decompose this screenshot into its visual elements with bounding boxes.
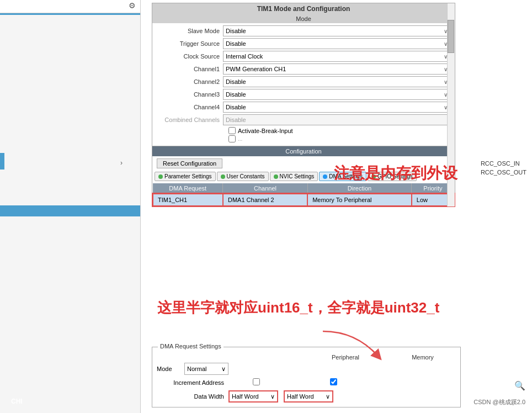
increment-checkboxes — [228, 378, 355, 387]
sidebar-expand-arrow[interactable]: › — [116, 157, 127, 168]
slave-mode-select[interactable]: Disable ∨ — [223, 25, 450, 36]
tab-nvic-settings[interactable]: NVIC Settings — [270, 172, 318, 181]
tab-dot-user — [221, 174, 225, 179]
tab-parameter-settings[interactable]: Parameter Settings — [155, 172, 216, 181]
sidebar-top-bar: ⚙ — [0, 0, 140, 13]
main-content: TIM1 Mode and Configuration Mode Slave M… — [141, 0, 532, 413]
memory-data-width-select[interactable]: Half Word ∨ — [284, 390, 333, 403]
activate-break-checkbox[interactable] — [228, 127, 236, 134]
reset-configuration-button[interactable]: Reset Configuration — [157, 158, 222, 168]
channel2-label: Channel2 — [157, 78, 223, 85]
data-width-selects: Half Word ∨ Half Word ∨ — [228, 390, 333, 403]
clock-source-select[interactable]: Internal Clock ∨ — [223, 51, 450, 62]
dma-table-row[interactable]: TIM1_CH1 DMA1 Channel 2 Memory To Periph… — [153, 194, 454, 206]
clock-source-label: Clock Source — [157, 53, 223, 60]
channel1-row: Channel1 PWM Generation CH1 ∨ — [157, 63, 450, 75]
dma-mode-label: Mode — [157, 366, 184, 372]
memory-dw-arrow: ∨ — [326, 393, 330, 400]
increment-label: Increment Address — [157, 379, 228, 386]
channel3-row: Channel3 Disable ∨ — [157, 89, 450, 100]
combined-channels-row: Combined Channels Disable — [157, 114, 450, 125]
channel1-select[interactable]: PWM Generation CH1 ∨ — [223, 63, 450, 75]
dma-table: DMA Request Channel Direction Priority T… — [152, 183, 455, 206]
peripheral-dw-arrow: ∨ — [270, 393, 275, 400]
dma-col-headers: Peripheral Memory — [157, 354, 456, 361]
channel4-label: Channel4 — [157, 104, 223, 110]
dma-mode-row: Mode Normal ∨ — [157, 363, 456, 375]
memory-col-label: Memory — [401, 354, 445, 361]
left-sidebar: ⚙ › CHI — [0, 0, 141, 413]
annotation-text-1: 注意是内存到外设 — [334, 165, 457, 182]
activate-break-row: Activate-Break-Input — [228, 127, 450, 134]
slave-mode-row: Slave Mode Disable ∨ — [157, 25, 450, 36]
dma-col-request: DMA Request — [153, 183, 223, 194]
trigger-source-row: Trigger Source Disable ∨ — [157, 38, 450, 49]
slave-mode-label: Slave Mode — [157, 28, 223, 34]
clock-source-row: Clock Source Internal Clock ∨ — [157, 51, 450, 62]
tab-dot-nvic — [274, 174, 278, 179]
trigger-source-select[interactable]: Disable ∨ — [223, 38, 450, 49]
annotation-1: 注意是内存到外设 — [334, 163, 457, 184]
right-panel-labels: RCC_OSC_IN RCC_OSC_OUT — [481, 160, 526, 176]
channel1-label: Channel1 — [157, 66, 223, 72]
peripheral-increment-checkbox[interactable] — [253, 378, 260, 385]
peripheral-checkbox-cell — [234, 378, 278, 387]
mode-section: Slave Mode Disable ∨ Trigger Source Disa… — [152, 23, 455, 146]
sidebar-content: › CHI — [0, 15, 140, 413]
trigger-source-label: Trigger Source — [157, 40, 223, 47]
dma-mode-select[interactable]: Normal ∨ — [184, 363, 228, 375]
combined-channels-select: Disable — [223, 114, 450, 125]
panel-scrollbar-thumb[interactable] — [448, 20, 454, 53]
memory-increment-checkbox[interactable] — [330, 378, 337, 385]
data-width-row: Data Width Half Word ∨ Half Word ∨ — [157, 390, 456, 403]
rcc-osc-in-label: RCC_OSC_IN — [481, 160, 526, 167]
dma-settings-box: DMA Request Settings Peripheral Memory M… — [152, 347, 461, 407]
extra-checkbox-row: ... — [228, 135, 450, 142]
sidebar-chi-highlight[interactable]: CHI — [0, 205, 140, 216]
mode-section-header: Mode — [152, 14, 455, 23]
tab-dot-dma — [323, 174, 327, 179]
tab-user-constants[interactable]: User Constants — [217, 172, 269, 181]
channel4-select[interactable]: Disable ∨ — [223, 102, 450, 113]
dma-col-channel: Channel — [223, 183, 307, 194]
sidebar-chi-label: CHI — [11, 398, 23, 405]
dma-mode-arrow: ∨ — [221, 366, 226, 373]
dma-cell-channel: DMA1 Channel 2 — [223, 194, 307, 206]
channel4-row: Channel4 Disable ∨ — [157, 102, 450, 113]
memory-checkbox-cell — [311, 378, 355, 387]
tab-dot-param — [158, 174, 163, 179]
app-container: ⚙ › CHI TIM1 Mode and Configuration Mode… — [0, 0, 532, 413]
dma-settings-content: Peripheral Memory Mode Normal ∨ Incremen… — [152, 347, 460, 407]
increment-row: Increment Address — [157, 378, 456, 387]
data-width-label: Data Width — [157, 393, 228, 400]
channel2-select[interactable]: Disable ∨ — [223, 76, 450, 87]
search-icon[interactable]: 🔍 — [514, 380, 525, 391]
extra-checkbox[interactable] — [228, 135, 236, 142]
combined-channels-label: Combined Channels — [157, 117, 223, 123]
sidebar-scroll-indicator — [0, 153, 4, 170]
csdn-watermark: CSDN @桃成蹊2.0 — [474, 398, 525, 406]
annotation-text-2: 这里半字就对应uint16_t，全字就是uint32_t — [157, 299, 439, 316]
dma-cell-direction: Memory To Peripheral — [307, 194, 412, 206]
channel3-label: Channel3 — [157, 91, 223, 98]
annotation-2: 这里半字就对应uint16_t，全字就是uint32_t — [157, 298, 439, 317]
dma-col-direction: Direction — [307, 183, 412, 194]
dma-settings-title: DMA Request Settings — [158, 343, 224, 350]
peripheral-col-label: Peripheral — [323, 354, 368, 361]
rcc-osc-out-label: RCC_OSC_OUT — [481, 169, 526, 176]
channel2-row: Channel2 Disable ∨ — [157, 76, 450, 87]
tim1-panel-title: TIM1 Mode and Configuration — [152, 3, 455, 14]
peripheral-data-width-select[interactable]: Half Word ∨ — [228, 390, 278, 403]
dma-cell-request: TIM1_CH1 — [153, 194, 223, 206]
gear-icon[interactable]: ⚙ — [129, 1, 136, 10]
config-section-header: Configuration — [152, 146, 455, 156]
channel3-select[interactable]: Disable ∨ — [223, 89, 450, 100]
